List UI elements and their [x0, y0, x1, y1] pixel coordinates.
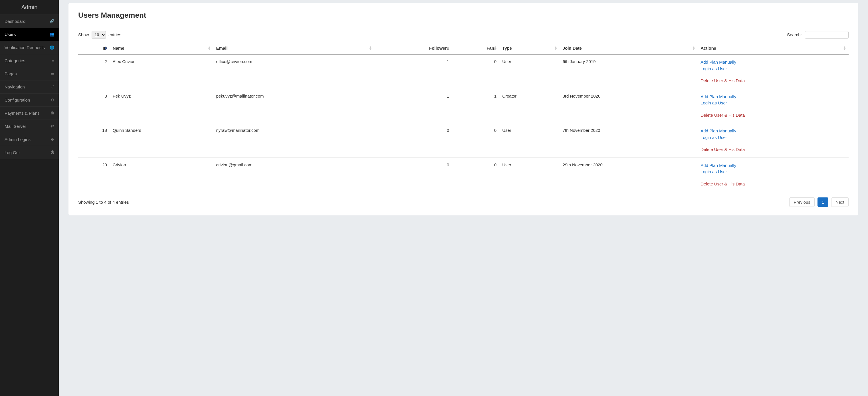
- power-icon: ⏻: [51, 150, 54, 155]
- column-name[interactable]: Name▲▼: [110, 42, 213, 54]
- cell-actions: Add Plan ManuallyLogin as UserDelete Use…: [698, 89, 848, 123]
- sidebar-item-log-out[interactable]: Log Out⏻: [0, 146, 59, 159]
- column-followers[interactable]: Followers▲▼: [374, 42, 452, 54]
- table-footer: Showing 1 to 4 of 4 entries Previous 1 N…: [78, 197, 848, 207]
- table-controls: Show 10 entries Search:: [78, 31, 848, 39]
- bars-icon: ≡: [52, 59, 54, 63]
- cell-email: pekuvyz@mailinator.com: [213, 89, 374, 123]
- delete-user-link[interactable]: Delete User & His Data: [701, 146, 846, 153]
- cell-fans: 0: [452, 54, 499, 89]
- table-row: 3Pek Uvyzpekuvyz@mailinator.com11Creator…: [78, 89, 848, 123]
- sort-icon: ▲▼: [369, 46, 372, 50]
- at-icon: @: [51, 124, 54, 128]
- cell-email: crivion@gmail.com: [213, 157, 374, 192]
- add-plan-link[interactable]: Add Plan Manually: [701, 94, 846, 100]
- cell-followers: 1: [374, 54, 452, 89]
- users-icon: 👥: [50, 32, 54, 36]
- login-as-link[interactable]: Login as User: [701, 66, 846, 72]
- cell-join-date: 6th January 2019: [560, 54, 698, 89]
- next-button[interactable]: Next: [831, 197, 848, 207]
- cell-fans: 0: [452, 157, 499, 192]
- cell-join-date: 29th November 2020: [560, 157, 698, 192]
- sort-icon: ▲▼: [208, 46, 211, 50]
- sidebar-item-mail-server[interactable]: Mail Server@: [0, 120, 59, 133]
- delete-user-link[interactable]: Delete User & His Data: [701, 78, 846, 84]
- column-email[interactable]: Email▲▼: [213, 42, 374, 54]
- sidebar-item-label: Log Out: [5, 150, 20, 155]
- sidebar-item-payments-plans[interactable]: Payments & Plans🏛: [0, 107, 59, 120]
- column-id[interactable]: ID▲▼: [78, 42, 110, 54]
- sidebar-item-navigation[interactable]: Navigation⇵: [0, 81, 59, 94]
- column-label: Name: [113, 45, 124, 51]
- cell-name: Crivion: [110, 157, 213, 192]
- add-plan-link[interactable]: Add Plan Manually: [701, 162, 846, 169]
- show-label: Show: [78, 32, 89, 37]
- add-plan-link[interactable]: Add Plan Manually: [701, 128, 846, 134]
- add-plan-link[interactable]: Add Plan Manually: [701, 59, 846, 66]
- entries-label: entries: [108, 32, 121, 37]
- sidebar-item-label: Navigation: [5, 85, 25, 89]
- sidebar-item-label: Admin Logins: [5, 137, 31, 142]
- link-icon: 🔗: [50, 19, 54, 23]
- login-as-link[interactable]: Login as User: [701, 100, 846, 106]
- cell-fans: 0: [452, 123, 499, 158]
- sort-icon: ⇵: [51, 85, 54, 89]
- cell-type: User: [499, 54, 560, 89]
- sidebar-item-configuration[interactable]: Configuration⚙: [0, 94, 59, 107]
- users-table: ID▲▼Name▲▼Email▲▼Followers▲▼Fans▲▼Type▲▼…: [78, 42, 848, 192]
- cell-type: User: [499, 157, 560, 192]
- sidebar-item-admin-logins[interactable]: Admin Logins⚙: [0, 133, 59, 146]
- cell-name: Pek Uvyz: [110, 89, 213, 123]
- sidebar-item-verification-requests[interactable]: Verification Requests🌐: [0, 41, 59, 54]
- sort-icon: ▲▼: [692, 46, 695, 50]
- cell-email: nyraw@mailinator.com: [213, 123, 374, 158]
- table-info: Showing 1 to 4 of 4 entries: [78, 200, 129, 205]
- login-as-link[interactable]: Login as User: [701, 134, 846, 141]
- sidebar-item-categories[interactable]: Categories≡: [0, 54, 59, 67]
- column-label: Type: [502, 45, 512, 51]
- sort-icon: ▲▼: [843, 46, 846, 50]
- column-label: Join Date: [563, 45, 582, 51]
- column-actions[interactable]: Actions▲▼: [698, 42, 848, 54]
- sidebar-item-label: Mail Server: [5, 124, 26, 129]
- file-icon: ▭: [51, 71, 54, 76]
- cell-followers: 0: [374, 123, 452, 158]
- cell-id: 18: [78, 123, 110, 158]
- cell-followers: 1: [374, 89, 452, 123]
- main-content: Users Management Show 10 entries Search:: [59, 0, 868, 396]
- sidebar-item-label: Categories: [5, 58, 25, 63]
- sidebar-item-pages[interactable]: Pages▭: [0, 67, 59, 81]
- cell-join-date: 3rd November 2020: [560, 89, 698, 123]
- table-row: 20Crivioncrivion@gmail.com00User29th Nov…: [78, 157, 848, 192]
- search-input[interactable]: [805, 31, 848, 38]
- cell-fans: 1: [452, 89, 499, 123]
- delete-user-link[interactable]: Delete User & His Data: [701, 181, 846, 187]
- sort-icon: ▲▼: [446, 46, 450, 50]
- column-label: Email: [216, 45, 227, 51]
- previous-button[interactable]: Previous: [789, 197, 814, 207]
- sidebar-item-label: Pages: [5, 71, 17, 76]
- cell-name: Quinn Sanders: [110, 123, 213, 158]
- sidebar-item-users[interactable]: Users👥: [0, 28, 59, 41]
- page-1-button[interactable]: 1: [817, 197, 828, 207]
- sidebar-title: Admin: [0, 0, 59, 15]
- page-title: Users Management: [78, 11, 848, 20]
- cell-name: Alex Crivion: [110, 54, 213, 89]
- sidebar: Admin Dashboard🔗Users👥Verification Reque…: [0, 0, 59, 396]
- column-type[interactable]: Type▲▼: [499, 42, 560, 54]
- delete-user-link[interactable]: Delete User & His Data: [701, 112, 846, 119]
- sidebar-item-dashboard[interactable]: Dashboard🔗: [0, 15, 59, 28]
- sort-icon: ▲▼: [494, 46, 497, 50]
- sort-icon: ▲▼: [554, 46, 558, 50]
- pagination: Previous 1 Next: [789, 197, 848, 207]
- column-join-date[interactable]: Join Date▲▼: [560, 42, 698, 54]
- page-length-select[interactable]: 10: [92, 31, 106, 39]
- column-fans[interactable]: Fans▲▼: [452, 42, 499, 54]
- cell-actions: Add Plan ManuallyLogin as UserDelete Use…: [698, 123, 848, 158]
- login-as-link[interactable]: Login as User: [701, 169, 846, 175]
- cell-id: 2: [78, 54, 110, 89]
- gear-icon: ⚙: [51, 137, 54, 142]
- sidebar-item-label: Configuration: [5, 98, 30, 102]
- cell-id: 20: [78, 157, 110, 192]
- cell-email: office@crivion.com: [213, 54, 374, 89]
